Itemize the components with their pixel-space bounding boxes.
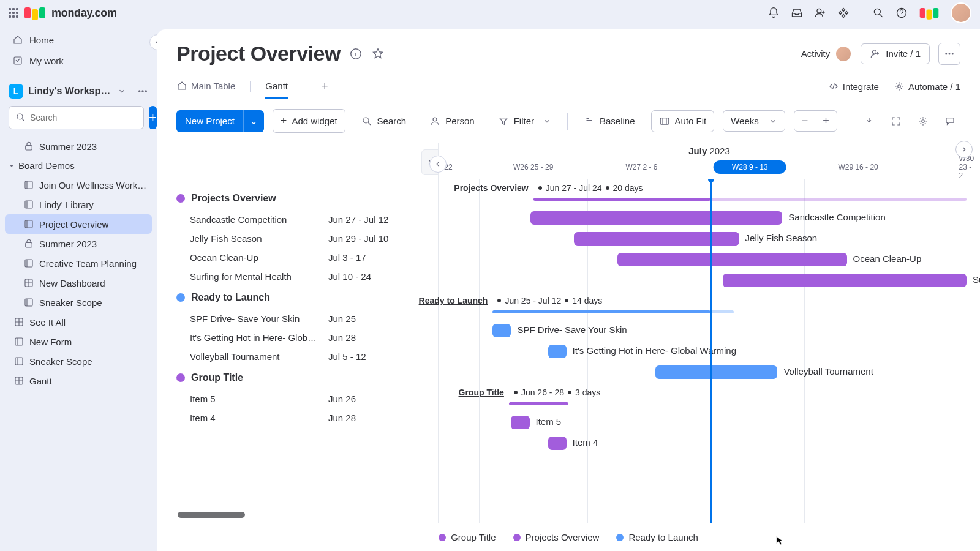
svg-point-23 (949, 53, 951, 54)
group-header[interactable]: Projects Overview (176, 187, 438, 210)
horizontal-scrollbar[interactable] (178, 512, 245, 518)
sidebar-search[interactable] (9, 106, 144, 129)
sidebar-item[interactable]: Summer 2023 (5, 137, 152, 156)
chevron-down-icon[interactable]: ⌄ (243, 110, 264, 132)
gantt-bar[interactable] (530, 211, 782, 225)
person-icon (429, 116, 440, 127)
svg-point-21 (873, 50, 876, 54)
scale-selector[interactable]: Weeks (723, 110, 785, 132)
gantt-bar[interactable] (574, 232, 739, 246)
svg-point-7 (17, 114, 23, 119)
add-view-button[interactable]: + (318, 77, 332, 97)
gantt-bar[interactable] (723, 274, 967, 287)
board-more-button[interactable] (938, 43, 960, 65)
product-switcher-icon[interactable] (920, 8, 939, 18)
svg-rect-13 (25, 260, 32, 267)
sidebar-item[interactable]: Join Our Wellness Work… (5, 175, 152, 195)
zoom-in-button[interactable]: + (815, 111, 837, 131)
task-row[interactable]: Item 4Jun 28 (176, 408, 438, 427)
toolbar-filter-button[interactable]: Filter (491, 111, 559, 132)
toolbar-autofit-button[interactable]: Auto Fit (651, 110, 715, 132)
board-icon (23, 179, 34, 190)
comment-button[interactable] (940, 111, 960, 132)
legend-item[interactable]: Projects Overview (513, 532, 600, 542)
info-icon[interactable] (349, 47, 363, 61)
sidebar-item[interactable]: Sneaker Scope (5, 293, 152, 312)
sidebar-item[interactable]: New Dashboard (5, 273, 152, 293)
sidebar-item[interactable]: Sneaker Scope (5, 351, 152, 371)
filter-icon (498, 116, 509, 127)
invite-button[interactable]: Invite / 1 (861, 43, 930, 64)
workspace-selector[interactable]: L Lindy's Worksp… (0, 79, 157, 103)
user-avatar[interactable] (951, 2, 971, 23)
task-row[interactable]: It's Getting Hot in Here- Glob…Jun 28 (176, 328, 438, 347)
search-icon[interactable] (872, 7, 884, 19)
dashboard-icon (13, 375, 24, 386)
gantt-bar[interactable] (492, 324, 511, 337)
invite-icon[interactable] (814, 7, 826, 19)
svg-point-6 (145, 91, 146, 92)
gantt-bar[interactable] (511, 416, 529, 429)
sidebar-folder[interactable]: Board Demos (0, 156, 157, 175)
settings-button[interactable] (913, 111, 933, 132)
sidebar-item[interactable]: New Form (5, 332, 152, 351)
integrate-button[interactable]: Integrate (828, 81, 879, 92)
expand-button[interactable] (956, 141, 973, 158)
sidebar-item[interactable]: Creative Team Planning (5, 253, 152, 273)
cursor-icon (775, 535, 784, 546)
sidebar-item[interactable]: Gantt (5, 371, 152, 391)
sidebar-item[interactable]: See It All (5, 312, 152, 332)
tab-main-table[interactable]: Main Table (176, 74, 235, 99)
gantt-bar[interactable] (548, 345, 567, 358)
group-header[interactable]: Group Title (176, 366, 438, 389)
toolbar-person-button[interactable]: Person (422, 111, 482, 132)
task-row[interactable]: Ocean Clean-UpJul 3 - 17 (176, 248, 438, 267)
toolbar-baseline-button[interactable]: Baseline (576, 111, 643, 132)
timeline-month: July 2023 (439, 143, 980, 159)
legend-item[interactable]: Group Title (439, 532, 496, 542)
task-row[interactable]: Surfing for Mental HealthJul 10 - 24 (176, 267, 438, 286)
board-icon (23, 297, 34, 308)
sidebar-search-input[interactable] (30, 113, 137, 122)
toolbar-search-button[interactable]: Search (354, 111, 414, 132)
task-row[interactable]: SPF Drive- Save Your SkinJun 25 (176, 309, 438, 328)
help-icon[interactable] (895, 7, 908, 19)
svg-rect-15 (25, 299, 32, 306)
app-switcher-icon[interactable] (9, 8, 18, 18)
tab-gantt[interactable]: Gantt (265, 75, 288, 99)
gantt-chart[interactable]: Projects Overview Jun 27 - Jul 2420 days… (439, 179, 980, 523)
gantt-bar[interactable] (617, 253, 847, 266)
zoom-out-button[interactable]: − (794, 111, 816, 131)
sidebar-item[interactable]: Summer 2023 (5, 234, 152, 253)
lock-icon (23, 141, 34, 152)
download-button[interactable] (859, 111, 880, 132)
monday-logo-icon (24, 7, 45, 18)
automate-icon (894, 81, 905, 92)
gantt-bar[interactable] (548, 437, 567, 450)
nav-home[interactable]: Home (4, 29, 153, 50)
more-icon[interactable] (137, 86, 148, 97)
add-item-button[interactable]: + (149, 106, 157, 129)
new-project-button[interactable]: New Project⌄ (176, 110, 264, 132)
task-row[interactable]: Volleyball TournamentJul 5 - 12 (176, 347, 438, 366)
inbox-icon[interactable] (791, 7, 803, 19)
bell-icon[interactable] (767, 7, 780, 19)
apps-icon[interactable] (837, 7, 850, 19)
group-header[interactable]: Ready to Launch (176, 286, 438, 309)
task-panel-collapse-button[interactable] (429, 156, 447, 173)
search-icon (361, 116, 372, 127)
gantt-bar[interactable] (655, 365, 777, 379)
add-widget-button[interactable]: +Add widget (273, 109, 345, 133)
fullscreen-button[interactable] (886, 111, 907, 132)
automate-button[interactable]: Automate / 1 (894, 81, 960, 92)
task-row[interactable]: Sandcastle CompetitionJun 27 - Jul 12 (176, 210, 438, 229)
star-icon[interactable] (371, 47, 385, 61)
task-row[interactable]: Item 5Jun 26 (176, 389, 438, 408)
task-row[interactable]: Jelly Fish SeasonJun 29 - Jul 10 (176, 229, 438, 248)
sidebar-item[interactable]: Project Overview (5, 214, 152, 234)
sidebar-item[interactable]: Lindy' Library (5, 195, 152, 214)
search-icon (15, 112, 26, 123)
nav-my-work[interactable]: My work (4, 50, 153, 71)
legend-item[interactable]: Ready to Launch (616, 532, 698, 542)
activity-button[interactable]: Activity (801, 45, 853, 62)
